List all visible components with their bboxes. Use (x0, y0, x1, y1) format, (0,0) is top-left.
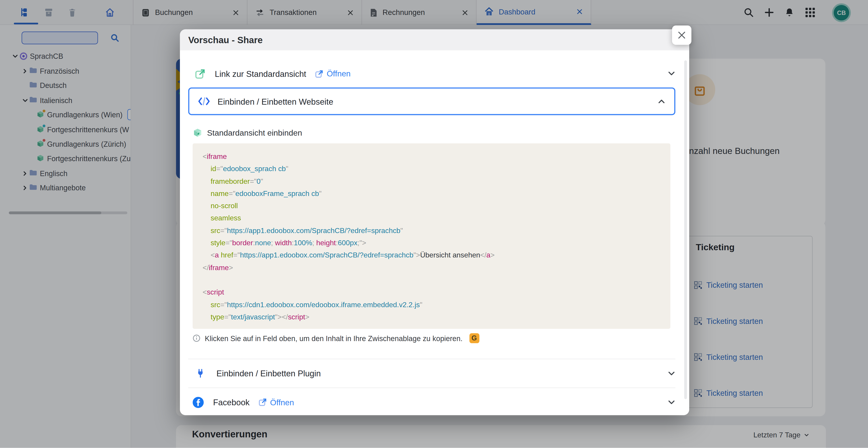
code-token-plain (203, 300, 211, 309)
code-token-attr: type (211, 313, 224, 321)
code-token-punc: ;"> (358, 239, 366, 247)
code-token-punc: < (211, 251, 215, 259)
code-token-str: edooboxFrame_sprach cb (235, 189, 319, 197)
code-line: id="edoobox_sprach cb" (203, 163, 660, 175)
code-token-punc: > (491, 251, 495, 259)
embed-subheading-label: Standardansicht einbinden (207, 128, 302, 137)
code-token-cssprop: width (275, 239, 292, 247)
row-label: Link zur Standardansicht (215, 69, 306, 78)
code-token-attr: src (211, 300, 220, 309)
share-preview-modal: Vorschau - Share Link zur Standardansich… (180, 29, 689, 415)
code-token-punc: =" (216, 165, 223, 173)
external-link-icon (195, 68, 206, 79)
code-token-plain (203, 226, 211, 235)
code-line: <a href="https://app1.edoobox.com/Sprach… (203, 249, 660, 262)
info-icon (193, 334, 200, 342)
code-icon (198, 97, 210, 106)
facebook-icon (193, 397, 204, 408)
code-line: <script (203, 286, 660, 299)
clipboard-hint-text: Klicken Sie auf in Feld oben, um den Inh… (205, 334, 463, 343)
chevron-down-icon[interactable] (668, 70, 675, 77)
code-line: type="text/javascript"></script> (203, 311, 660, 323)
code-token-tag: script (207, 288, 224, 296)
link-standard-view-row[interactable]: Link zur Standardansicht Öffnen (188, 62, 675, 86)
code-token-plain (203, 251, 211, 259)
chevron-down-icon[interactable] (668, 398, 675, 406)
row-label: Einbinden / Einbetten Plugin (217, 369, 321, 378)
clipboard-hint: Klicken Sie auf in Feld oben, um den Inh… (193, 333, 479, 344)
cube-icon (193, 128, 202, 137)
code-line: style="border:none; width:100%; height:6… (203, 237, 660, 249)
code-line: frameborder="0" (203, 175, 660, 188)
code-token-punc: =" (228, 189, 235, 197)
code-token-cssprop: border (232, 239, 253, 247)
code-line: <iframe (203, 151, 660, 163)
code-token-str: https://app1.edoobox.com/SprachCB/?edref… (227, 226, 400, 235)
code-token-punc: =" (233, 251, 240, 259)
code-line: no-scroll (203, 200, 660, 213)
open-label: Öffnen (270, 398, 294, 407)
row-label: Einbinden / Einbetten Webseite (217, 97, 333, 106)
code-token-punc: < (203, 288, 207, 296)
code-token-cssval: 100% (294, 239, 312, 247)
code-token-punc: =" (220, 300, 227, 309)
plug-icon (196, 369, 205, 378)
code-token-plain (203, 313, 211, 321)
code-token-punc: ; (312, 239, 316, 247)
code-line (203, 274, 660, 286)
embed-plugin-row[interactable]: Einbinden / Einbetten Plugin (188, 359, 675, 387)
code-line: seamless (203, 212, 660, 225)
code-token-attr: src (211, 226, 220, 235)
code-token-text: Übersicht ansehen (420, 251, 480, 259)
code-token-cssprop: height (316, 239, 336, 247)
code-token-punc: " (319, 189, 321, 197)
code-token-plain (203, 189, 211, 197)
modal-scrollbar[interactable] (684, 60, 687, 399)
code-token-tag: iframe (209, 263, 229, 272)
code-line: src="https://cdn1.edoobox.com/edoobox.if… (203, 298, 660, 311)
close-button[interactable] (672, 26, 691, 45)
code-line: </iframe> (203, 262, 660, 274)
open-facebook-link[interactable]: Öffnen (258, 398, 294, 407)
code-token-attr: no-scroll (211, 202, 238, 210)
code-token-punc: </ (203, 263, 209, 272)
embed-code-field[interactable]: <iframe id="edoobox_sprach cb" framebord… (193, 143, 670, 329)
chevron-down-icon[interactable] (668, 370, 675, 377)
code-token-punc: : (253, 239, 255, 247)
code-token-punc: " (260, 177, 263, 185)
code-token-plain (203, 239, 211, 247)
code-token-plain (203, 202, 211, 210)
code-token-attr: id (211, 165, 216, 173)
code-token-tag: iframe (207, 152, 227, 160)
code-token-str: https://app1.edoobox.com/SprachCB/?edref… (240, 251, 413, 259)
external-link-icon (258, 398, 267, 407)
code-token-cssval: none (255, 239, 271, 247)
code-token-punc: > (229, 263, 233, 272)
code-token-punc: </ (282, 313, 288, 321)
code-token-attr: frameborder (211, 177, 250, 185)
code-token-punc: ; (271, 239, 275, 247)
code-token-tag: a (487, 251, 491, 259)
code-token-punc: < (203, 152, 207, 160)
embed-webseite-row[interactable]: Einbinden / Einbetten Webseite (188, 88, 675, 115)
row-label: Facebook (213, 397, 250, 407)
open-label: Öffnen (327, 69, 350, 78)
code-token-str: 0 (256, 177, 260, 185)
open-standard-view-link[interactable]: Öffnen (315, 69, 350, 78)
code-token-attr: href (221, 251, 233, 259)
facebook-row[interactable]: Facebook Öffnen (188, 388, 675, 416)
code-line: src="https://app1.edoobox.com/SprachCB/?… (203, 225, 660, 237)
code-token-punc: </ (480, 251, 486, 259)
modal-title: Vorschau - Share (188, 29, 263, 51)
code-token-tag: script (288, 313, 305, 321)
code-token-punc: " (420, 300, 422, 309)
code-token-str: edoobox_sprach cb (223, 165, 286, 173)
screen: Buchungen Transaktionen Rechnungen Dashb… (0, 0, 868, 448)
grammarly-badge[interactable]: G (469, 333, 479, 343)
code-token-punc: > (305, 313, 309, 321)
code-token-punc: "> (275, 313, 282, 321)
code-token-str: https://cdn1.edoobox.com/edoobox.iframe.… (227, 300, 420, 309)
code-line: name="edooboxFrame_sprach cb" (203, 188, 660, 200)
external-link-icon (315, 69, 323, 78)
chevron-up-icon[interactable] (657, 97, 665, 105)
